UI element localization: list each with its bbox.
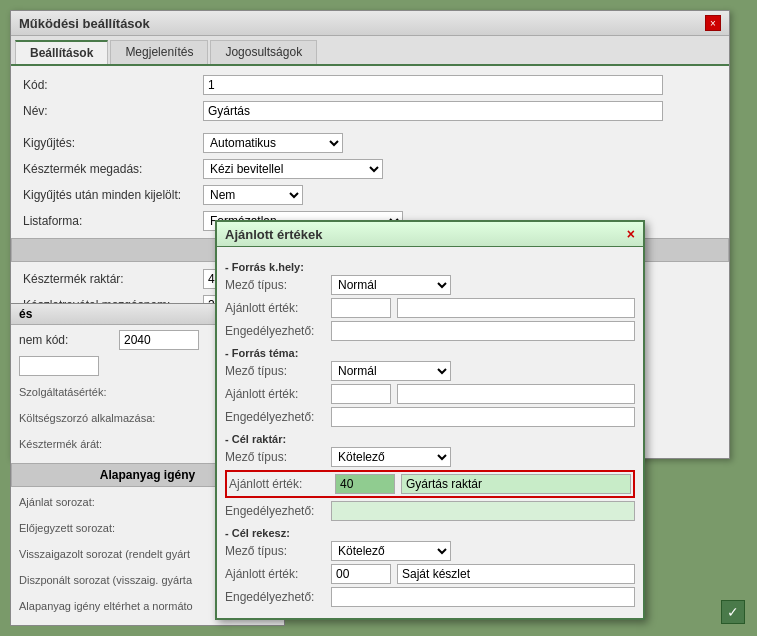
s1-engedely-row: Engedélyezhető: — [225, 321, 635, 341]
popup-title: Ajánlott értékek — [225, 227, 323, 242]
kesztermek-row: Késztermék megadás: Kézi bevitellel — [23, 158, 717, 180]
kod-row: Kód: — [23, 74, 717, 96]
nev-row: Név: — [23, 100, 717, 122]
s1-engedely-label: Engedélyezhető: — [225, 324, 325, 338]
s4-engedely-row: Engedélyezhető: — [225, 587, 635, 607]
s4-ajanlott-row: Ajánlott érték: — [225, 564, 635, 584]
s3-engedely-row: Engedélyezhető: — [225, 501, 635, 521]
s4-ajanlott-input1[interactable] — [331, 564, 391, 584]
s2-engedely-label: Engedélyezhető: — [225, 410, 325, 424]
kigyujtes-utan-row: Kigyűjtés után minden kijelölt: Nem — [23, 184, 717, 206]
s3-mezo-select[interactable]: Kötelező — [331, 447, 451, 467]
popup-titlebar: Ajánlott értékek × — [217, 222, 643, 247]
main-close-button[interactable]: × — [705, 15, 721, 31]
s2-ajanlott-input2[interactable] — [397, 384, 635, 404]
popup-content: - Forrás k.hely: Mező típus: Normál Aján… — [217, 247, 643, 618]
s1-ajanlott-input1[interactable] — [331, 298, 391, 318]
s4-ajanlott-input2[interactable] — [397, 564, 635, 584]
main-window-title: Működési beállítások — [19, 16, 150, 31]
s3-ajanlott-input2[interactable] — [401, 474, 631, 494]
section3-label: - Cél raktár: — [225, 433, 635, 445]
s2-ajanlott-row: Ajánlott érték: — [225, 384, 635, 404]
s1-ajanlott-input2[interactable] — [397, 298, 635, 318]
tab-beallitasok[interactable]: Beállítások — [15, 40, 108, 64]
s4-mezo-row: Mező típus: Kötelező — [225, 541, 635, 561]
s2-ajanlott-input1[interactable] — [331, 384, 391, 404]
tab-bar: Beállítások Megjelenítés Jogosultságok — [11, 36, 729, 66]
main-titlebar: Működési beállítások × — [11, 11, 729, 36]
s2-engedely-input[interactable] — [331, 407, 635, 427]
s2-engedely-row: Engedélyezhető: — [225, 407, 635, 427]
confirm-button[interactable]: ✓ — [721, 600, 745, 624]
checkmark-area: ✓ — [721, 600, 745, 624]
s2-ajanlott-label: Ajánlott érték: — [225, 387, 325, 401]
nem-kod-input[interactable] — [119, 330, 199, 350]
s2-mezo-row: Mező típus: Normál — [225, 361, 635, 381]
s1-mezo-row: Mező típus: Normál — [225, 275, 635, 295]
s1-ajanlott-label: Ajánlott érték: — [225, 301, 325, 315]
s3-mezo-label: Mező típus: — [225, 450, 325, 464]
tab-jogosultsagok[interactable]: Jogosultságok — [210, 40, 317, 64]
s4-engedely-input[interactable] — [331, 587, 635, 607]
kesztermek-label: Késztermék megadás: — [23, 162, 203, 176]
nev-input[interactable] — [203, 101, 663, 121]
kod-input[interactable] — [203, 75, 663, 95]
s3-mezo-row: Mező típus: Kötelező — [225, 447, 635, 467]
kigyujtes-label: Kigyűjtés: — [23, 136, 203, 150]
s4-mezo-label: Mező típus: — [225, 544, 325, 558]
listaforma-label: Listaforma: — [23, 214, 203, 228]
s4-engedely-label: Engedélyezhető: — [225, 590, 325, 604]
nev-value — [203, 101, 717, 121]
popup-window: Ajánlott értékek × - Forrás k.hely: Mező… — [215, 220, 645, 620]
popup-close-button[interactable]: × — [627, 226, 635, 242]
s3-ajanlott-row: Ajánlott érték: — [225, 470, 635, 498]
s3-engedely-input[interactable] — [331, 501, 635, 521]
kigyujtes-utan-select[interactable]: Nem — [203, 185, 303, 205]
kod-label: Kód: — [23, 78, 203, 92]
section4-label: - Cél rekesz: — [225, 527, 635, 539]
nev-label: Név: — [23, 104, 203, 118]
s2-mezo-label: Mező típus: — [225, 364, 325, 378]
tab-megjelenites[interactable]: Megjelenítés — [110, 40, 208, 64]
s1-ajanlott-row: Ajánlott érték: — [225, 298, 635, 318]
s3-engedely-label: Engedélyezhető: — [225, 504, 325, 518]
s2-mezo-select[interactable]: Normál — [331, 361, 451, 381]
kesztermek-raktar-label: Késztermék raktár: — [23, 272, 203, 286]
s3-ajanlott-label: Ajánlott érték: — [229, 477, 329, 491]
s1-engedely-input[interactable] — [331, 321, 635, 341]
s3-ajanlott-input1[interactable] — [335, 474, 395, 494]
kesztermek-select[interactable]: Kézi bevitellel — [203, 159, 383, 179]
nem-kod-label: nem kód: — [19, 333, 119, 347]
kigyujtes-select[interactable]: Automatikus — [203, 133, 343, 153]
s4-mezo-select[interactable]: Kötelező — [331, 541, 451, 561]
kod-value — [203, 75, 717, 95]
kigyujtes-row: Kigyűjtés: Automatikus — [23, 132, 717, 154]
bottom-extra-input[interactable] — [19, 356, 99, 376]
s1-mezo-select[interactable]: Normál — [331, 275, 451, 295]
kigyujtes-utan-label: Kigyűjtés után minden kijelölt: — [23, 188, 203, 202]
section2-label: - Forrás téma: — [225, 347, 635, 359]
s4-ajanlott-label: Ajánlott érték: — [225, 567, 325, 581]
s1-mezo-label: Mező típus: — [225, 278, 325, 292]
section1-label: - Forrás k.hely: — [225, 261, 635, 273]
